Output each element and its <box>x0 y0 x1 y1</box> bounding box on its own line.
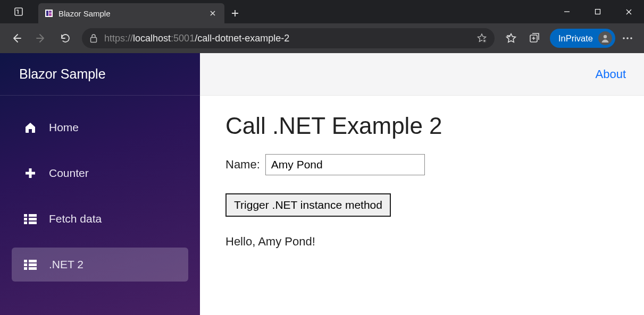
sidebar: Blazor Sample Home Counter <box>0 53 200 315</box>
sidebar-item-home[interactable]: Home <box>12 110 188 144</box>
title-bar: Blazor Sample <box>0 0 644 23</box>
trigger-button[interactable]: Trigger .NET instance method <box>225 193 391 217</box>
tab-actions-icon <box>14 6 24 17</box>
new-tab-button[interactable] <box>224 3 246 23</box>
minimize-icon <box>564 8 570 15</box>
star-icon <box>505 32 517 44</box>
tabs-row: Blazor Sample <box>38 0 551 23</box>
button-row: Trigger .NET instance method <box>225 193 618 217</box>
window-controls <box>551 0 644 23</box>
name-row: Name: <box>225 154 618 175</box>
window-minimize-button[interactable] <box>551 0 582 23</box>
inprivate-label: InPrivate <box>558 33 593 44</box>
refresh-icon <box>60 32 71 44</box>
window-close-button[interactable] <box>613 0 644 23</box>
close-icon <box>210 10 216 16</box>
arrow-right-icon <box>35 32 47 44</box>
collections-button[interactable] <box>523 27 546 49</box>
svg-rect-5 <box>596 10 600 14</box>
svg-rect-18 <box>29 222 37 224</box>
tab-close-button[interactable] <box>206 7 219 20</box>
svg-rect-13 <box>24 214 27 217</box>
maximize-icon <box>595 8 601 15</box>
content-topbar: About <box>200 53 644 96</box>
svg-rect-16 <box>29 218 37 220</box>
tab-title: Blazor Sample <box>58 9 201 18</box>
favorites-button[interactable] <box>500 27 522 49</box>
sidebar-item-label: Counter <box>49 167 89 180</box>
arrow-left-icon <box>11 32 22 44</box>
svg-rect-6 <box>91 38 97 42</box>
plus-icon <box>23 166 37 180</box>
toolbar-right: InPrivate <box>500 27 639 49</box>
sidebar-item-label: Fetch data <box>49 212 102 225</box>
home-icon <box>23 121 37 134</box>
browser-toolbar: https://localhost:5001/call-dotnet-examp… <box>0 23 644 53</box>
favicon-icon <box>45 9 53 18</box>
content-area: About Call .NET Example 2 Name: Trigger … <box>200 53 644 315</box>
browser-chrome: Blazor Sample <box>0 0 644 53</box>
svg-rect-20 <box>29 260 37 262</box>
sidebar-brand: Blazor Sample <box>0 53 200 96</box>
svg-rect-4 <box>49 13 52 16</box>
favorite-button[interactable] <box>476 33 487 44</box>
svg-rect-3 <box>49 11 52 13</box>
main: Call .NET Example 2 Name: Trigger .NET i… <box>200 96 644 270</box>
person-icon <box>600 33 610 43</box>
list-icon <box>23 258 37 271</box>
nav-forward-button[interactable] <box>30 27 52 49</box>
svg-point-10 <box>623 37 625 39</box>
address-bar[interactable]: https://localhost:5001/call-dotnet-examp… <box>82 28 495 48</box>
sidebar-item-net-2[interactable]: .NET 2 <box>12 248 188 282</box>
svg-rect-22 <box>29 263 37 266</box>
svg-point-9 <box>604 35 607 38</box>
name-label: Name: <box>225 158 260 172</box>
svg-point-11 <box>626 37 629 39</box>
close-icon <box>625 8 632 15</box>
tab-actions-button[interactable] <box>0 0 38 23</box>
nav-refresh-button[interactable] <box>54 27 77 49</box>
list-icon <box>23 212 37 226</box>
browser-tab-active[interactable]: Blazor Sample <box>38 3 224 23</box>
svg-rect-14 <box>29 214 37 217</box>
svg-rect-23 <box>24 267 27 270</box>
svg-rect-0 <box>15 8 22 15</box>
window-maximize-button[interactable] <box>582 0 613 23</box>
page-viewport: Blazor Sample Home Counter <box>0 53 644 315</box>
sidebar-item-fetch-data[interactable]: Fetch data <box>12 202 188 236</box>
svg-rect-2 <box>46 11 48 16</box>
lock-icon <box>89 33 99 43</box>
sidebar-item-label: .NET 2 <box>49 258 83 271</box>
about-link[interactable]: About <box>596 67 626 81</box>
plus-icon <box>231 10 239 17</box>
svg-point-12 <box>630 37 632 39</box>
svg-rect-21 <box>24 263 27 266</box>
more-button[interactable] <box>616 27 639 49</box>
sidebar-item-counter[interactable]: Counter <box>12 156 188 190</box>
name-input[interactable] <box>265 154 425 175</box>
svg-rect-24 <box>29 267 37 270</box>
svg-rect-15 <box>24 218 27 220</box>
ellipsis-icon <box>622 37 633 40</box>
output-text: Hello, Amy Pond! <box>225 235 618 249</box>
inprivate-indicator[interactable]: InPrivate <box>550 29 615 48</box>
page-title: Call .NET Example 2 <box>225 113 618 139</box>
svg-rect-17 <box>24 222 27 224</box>
collections-icon <box>529 32 540 44</box>
profile-avatar <box>598 31 612 45</box>
sidebar-nav: Home Counter Fetch data <box>0 96 200 296</box>
svg-rect-19 <box>24 260 27 262</box>
nav-back-button[interactable] <box>5 27 28 49</box>
star-plus-icon <box>476 33 487 44</box>
url-text: https://localhost:5001/call-dotnet-examp… <box>104 33 471 44</box>
sidebar-item-label: Home <box>49 121 79 134</box>
